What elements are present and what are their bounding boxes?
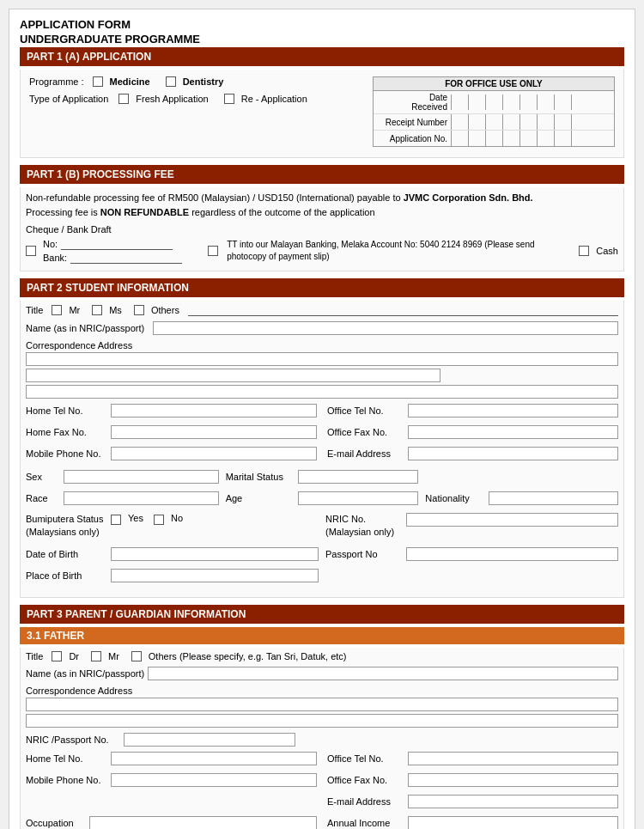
home-tel-input[interactable]	[111, 404, 317, 418]
no-bank-checkbox[interactable]	[26, 246, 36, 256]
medicine-checkbox[interactable]	[93, 76, 103, 87]
appno-cell-8[interactable]	[571, 131, 588, 146]
bumi-yes-checkbox[interactable]	[111, 515, 121, 525]
p2-title-label: Title	[26, 305, 43, 315]
mr-checkbox[interactable]	[52, 305, 62, 315]
bumi-yes-label: Yes	[128, 513, 143, 523]
pob-input[interactable]	[111, 569, 319, 582]
cash-label: Cash	[596, 246, 618, 256]
p3-home-tel-input[interactable]	[111, 752, 317, 765]
date-received-cell-4[interactable]	[502, 94, 519, 110]
home-fax-input[interactable]	[111, 425, 317, 439]
p3-address-input1[interactable]	[26, 698, 618, 711]
appno-cell-1[interactable]	[451, 131, 468, 146]
date-received-cell-8[interactable]	[571, 94, 588, 110]
nationality-input[interactable]	[489, 491, 618, 505]
p2-name-input[interactable]	[153, 321, 618, 335]
receipt-cell-5[interactable]	[519, 114, 537, 130]
p3-others-checkbox[interactable]	[131, 651, 142, 661]
p3-office-tel-label: Office Tel No.	[327, 753, 404, 764]
appno-cell-4[interactable]	[502, 131, 519, 146]
programme-label: Programme :	[29, 76, 84, 87]
date-received-label: DateReceived	[374, 91, 451, 113]
dr-checkbox[interactable]	[52, 651, 62, 661]
appno-cell-2[interactable]	[468, 131, 485, 146]
receipt-cell-6[interactable]	[537, 114, 554, 130]
p3-office-fax-input[interactable]	[408, 773, 618, 787]
dob-input[interactable]	[111, 547, 319, 561]
marital-input[interactable]	[298, 470, 419, 484]
nric-label: NRIC No.(Malaysian only)	[325, 513, 403, 539]
p2-address-label: Correspondence Address	[26, 340, 132, 350]
p3-annual-income-input[interactable]	[408, 816, 618, 829]
part1a-header: PART 1 (A) APPLICATION	[20, 47, 624, 66]
bumi-no-checkbox[interactable]	[154, 515, 164, 525]
title-others-input[interactable]	[188, 304, 618, 316]
receipt-cell-4[interactable]	[502, 114, 519, 130]
nationality-label: Nationality	[425, 493, 485, 503]
office-tel-input[interactable]	[408, 404, 618, 418]
dentistry-checkbox[interactable]	[166, 76, 176, 87]
form-title: APPLICATION FORM	[20, 18, 624, 31]
fresh-application-checkbox[interactable]	[118, 94, 129, 104]
no-input[interactable]	[61, 238, 173, 250]
cheque-label: Cheque / Bank Draft	[26, 224, 618, 235]
ms-checkbox[interactable]	[92, 305, 102, 315]
p3-office-fax-label: Office Fax No.	[327, 775, 404, 785]
passport-input[interactable]	[406, 547, 618, 561]
p3-mobile-label: Mobile Phone No.	[26, 775, 107, 785]
email-input[interactable]	[408, 447, 618, 460]
appno-cell-7[interactable]	[554, 131, 571, 146]
p3-home-tel-label: Home Tel No.	[26, 753, 107, 764]
dob-label: Date of Birth	[26, 549, 107, 559]
p2-address-input2[interactable]	[26, 369, 440, 382]
no-label: No:	[43, 239, 58, 249]
date-received-cell-6[interactable]	[537, 94, 554, 110]
p3-name-input[interactable]	[148, 667, 618, 680]
p3-occupation-input[interactable]	[89, 816, 317, 829]
fresh-application-label: Fresh Application	[136, 94, 208, 104]
p3-address-input2[interactable]	[26, 714, 618, 728]
date-received-cell-2[interactable]	[468, 94, 485, 110]
p3-mr-checkbox[interactable]	[91, 651, 101, 661]
bank-label: Bank:	[43, 253, 67, 263]
p3-email-input[interactable]	[408, 795, 618, 808]
tt-checkbox[interactable]	[208, 246, 218, 256]
date-received-cell-7[interactable]	[554, 94, 571, 110]
p2-address-input1[interactable]	[26, 352, 618, 366]
receipt-cell-8[interactable]	[571, 114, 588, 130]
p2-address-input3[interactable]	[26, 385, 618, 399]
age-label: Age	[226, 493, 295, 503]
date-received-cell-5[interactable]	[519, 94, 537, 110]
p3-office-tel-input[interactable]	[408, 752, 618, 765]
age-input[interactable]	[298, 491, 419, 505]
receipt-cell-7[interactable]	[554, 114, 571, 130]
date-received-cell-3[interactable]	[485, 94, 502, 110]
office-fax-input[interactable]	[408, 425, 618, 439]
receipt-cell-1[interactable]	[451, 114, 468, 130]
re-application-checkbox[interactable]	[224, 94, 234, 104]
mr-label: Mr	[69, 305, 80, 315]
home-tel-label: Home Tel No.	[26, 405, 107, 416]
part1b-header: PART 1 (B) PROCESSING FEE	[20, 165, 624, 184]
appno-cell-6[interactable]	[537, 131, 554, 146]
receipt-cell-2[interactable]	[468, 114, 485, 130]
mobile-input[interactable]	[111, 447, 317, 460]
others-checkbox[interactable]	[134, 305, 144, 315]
cash-checkbox[interactable]	[579, 246, 589, 256]
p3-nric-input[interactable]	[124, 733, 295, 747]
email-label: E-mail Address	[327, 448, 404, 459]
appno-cell-3[interactable]	[485, 131, 502, 146]
p3-mobile-input[interactable]	[111, 773, 317, 787]
bank-input[interactable]	[70, 252, 182, 264]
receipt-cell-3[interactable]	[485, 114, 502, 130]
nric-input[interactable]	[406, 513, 618, 527]
passport-label: Passport No	[325, 549, 403, 559]
sex-label: Sex	[26, 472, 60, 482]
date-received-cell-1[interactable]	[451, 94, 468, 110]
sex-input[interactable]	[64, 470, 219, 484]
appno-cell-5[interactable]	[519, 131, 537, 146]
race-input[interactable]	[64, 491, 219, 505]
re-application-label: Re - Application	[241, 94, 307, 104]
tt-text: TT into our Malayan Banking, Melaka Acco…	[227, 239, 562, 263]
